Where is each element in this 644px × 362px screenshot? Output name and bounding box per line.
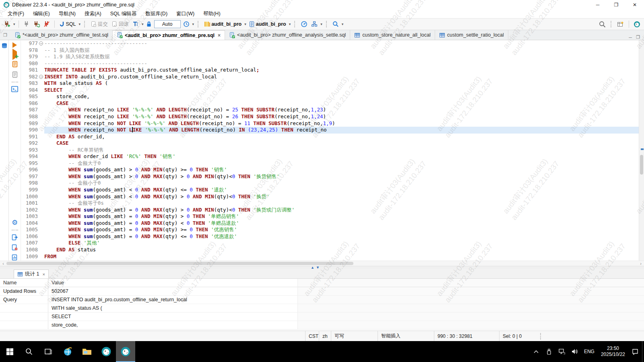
code-line-980[interactable]: 980----------------------------------: [21, 60, 639, 67]
export-result-icon[interactable]: [12, 234, 18, 241]
maximize-editor-icon[interactable]: ❐: [636, 35, 640, 40]
menu-item-2[interactable]: 导航(N): [55, 10, 79, 18]
transaction-log-button[interactable]: [182, 20, 191, 28]
execute-new-tab-icon[interactable]: [12, 51, 17, 57]
code-line-1005[interactable]: 1005 WHEN sum(goods_amt) = 0 AND MIN(qty…: [21, 226, 639, 233]
menu-item-6[interactable]: 窗口(W): [173, 10, 198, 18]
fold-collapse-icon[interactable]: [38, 74, 44, 80]
stats-row-3[interactable]: SELECT: [0, 313, 644, 321]
schema-combo[interactable]: audit_bi_pro: [248, 20, 287, 28]
sql-editor-button[interactable]: SQL: [58, 20, 77, 28]
sql-editor-chevron-icon[interactable]: ▾: [79, 22, 81, 26]
database-combo[interactable]: audit_bi_pro: [203, 20, 243, 28]
code-line-996[interactable]: 996 WHEN sum(goods_amt) > 0 AND MIN(qty)…: [21, 167, 639, 173]
tray-network-icon[interactable]: [556, 341, 568, 362]
code-line-992[interactable]: 992 CASE: [21, 140, 639, 147]
script-statistics-icon[interactable]: [12, 254, 18, 261]
code-line-1007[interactable]: 1007 ELSE '其他': [21, 240, 639, 247]
code-line-995[interactable]: 995 -- 金额大于0: [21, 160, 639, 167]
tasks-button[interactable]: [310, 20, 319, 28]
editor-horizontal-scrollbar[interactable]: ‹ ›: [0, 261, 644, 266]
code-line-1000[interactable]: 1000 WHEN sum(goods_amt) < 0 AND MAX(qty…: [21, 193, 639, 200]
connect-button[interactable]: [22, 20, 31, 28]
commit-button[interactable]: 提交: [89, 20, 109, 29]
code-line-987[interactable]: 987 WHEN receipt_no LIKE '%-%-%' AND LEN…: [21, 107, 639, 113]
language-indicator[interactable]: ENG: [582, 349, 597, 354]
status-writable[interactable]: 可写: [331, 331, 378, 341]
dbeaver-taskbar-icon-active[interactable]: [116, 341, 135, 362]
tasks-chevron-icon[interactable]: ▾: [320, 22, 322, 26]
code-line-990[interactable]: 990 WHEN receipt_no NOT LIKE '%-%-%' AND…: [21, 127, 639, 134]
explain-plan-icon[interactable]: [12, 71, 18, 78]
scroll-left-icon[interactable]: ‹: [0, 261, 6, 266]
search-metadata-chevron-icon[interactable]: ▾: [342, 22, 344, 26]
menu-item-0[interactable]: 文件(F): [4, 10, 28, 18]
open-perspective-button[interactable]: [616, 20, 625, 28]
minimize-editor-icon[interactable]: ─: [629, 35, 632, 40]
new-connection-chevron-icon[interactable]: ▾: [13, 22, 15, 26]
status-selection[interactable]: Sel: 0 | 0: [499, 331, 537, 341]
code-line-994[interactable]: 994 WHEN order_id LIKE 'RC%' THEN '销售': [21, 153, 639, 160]
dbeaver-perspective-icon[interactable]: [632, 20, 642, 29]
new-connection-button[interactable]: [2, 20, 12, 28]
tab-3[interactable]: custom_store_nature_all_local: [350, 30, 435, 40]
tab-2[interactable]: <audit_bi_pro> zhumr_offline_analysis_se…: [225, 30, 350, 40]
splitter-up-icon[interactable]: ▲: [311, 265, 314, 270]
code-line-983[interactable]: 983WITH sale_status AS (: [21, 80, 639, 87]
code-line-1008[interactable]: 1008 END AS status: [21, 247, 639, 253]
code-line-993[interactable]: 993 -- RC单算销售: [21, 147, 639, 154]
lock-icon[interactable]: [145, 20, 153, 28]
menu-item-5[interactable]: 数据库(D): [142, 10, 171, 18]
tab-1[interactable]: <audit_bi_pro> zhumr_offline_pre.sql×: [113, 30, 225, 40]
tray-usb-icon[interactable]: [543, 341, 555, 362]
status-caret-position[interactable]: 990 : 30 : 32981: [434, 331, 499, 341]
code-line-1002[interactable]: 1002 WHEN sum(goods_amt) = 0 AND MAX(qty…: [21, 207, 639, 214]
restore-panel-icon[interactable]: ❐: [0, 30, 10, 40]
action-center-icon[interactable]: [629, 341, 641, 362]
vertical-scroll-thumb[interactable]: [640, 155, 643, 175]
clock[interactable]: 23:50 2025/10/22: [598, 346, 628, 358]
show-desktop-button[interactable]: [642, 341, 644, 362]
transaction-mode-chevron-icon[interactable]: ▾: [142, 22, 144, 26]
menu-item-7[interactable]: 帮助(H): [200, 10, 224, 18]
code-line-1009[interactable]: 1009FROM: [21, 253, 639, 260]
internet-explorer-icon[interactable]: [58, 341, 77, 362]
code-line-991[interactable]: 991 END AS order_id,: [21, 134, 639, 140]
menu-item-3[interactable]: 搜索(A): [81, 10, 105, 18]
scroll-right-icon[interactable]: ›: [638, 261, 644, 266]
save-script-icon[interactable]: [12, 244, 18, 251]
disconnect-button[interactable]: [42, 20, 51, 28]
transaction-log-chevron-icon[interactable]: ▾: [192, 22, 194, 26]
tab-4[interactable]: custom_settle_ratio_local: [435, 30, 508, 40]
sql-console-icon[interactable]: [11, 86, 18, 92]
tab-0[interactable]: *<audit_bi_pro> zhumr_offline_test.sql: [10, 30, 113, 40]
editor-settings-gear-icon[interactable]: ⚙: [12, 219, 18, 226]
code-line-985[interactable]: 985 store_code,: [21, 93, 639, 100]
code-line-1003[interactable]: 1003 WHEN sum(goods_amt) = 0 AND MIN(qty…: [21, 213, 639, 220]
code-line-981[interactable]: 981TRUNCATE TABLE IF EXISTS audit_bi_pro…: [21, 67, 639, 74]
code-line-997[interactable]: 997 WHEN sum(goods_amt) > 0 AND MAX(qty)…: [21, 173, 639, 180]
statistics-tab-close-icon[interactable]: ×: [42, 272, 45, 277]
code-line-986[interactable]: 986 CASE: [21, 100, 639, 107]
splitter-down-icon[interactable]: ▼: [316, 265, 320, 270]
start-button[interactable]: [0, 341, 19, 362]
database-navigator-icon[interactable]: [1, 43, 8, 49]
dbeaver-taskbar-icon[interactable]: [97, 341, 116, 362]
search-metadata-button[interactable]: [331, 20, 340, 28]
menu-item-1[interactable]: 编辑(E): [29, 10, 54, 18]
window-maximize-icon[interactable]: ❐: [607, 0, 625, 10]
panel-splitter[interactable]: ▲ ▼: [0, 266, 644, 269]
file-explorer-icon[interactable]: [77, 341, 97, 362]
taskbar-search-icon[interactable]: [19, 341, 39, 362]
code-line-988[interactable]: 988 WHEN receipt_no LIKE '%-%-%' AND LEN…: [21, 113, 639, 120]
task-view-icon[interactable]: [39, 341, 58, 362]
status-lang[interactable]: zh: [319, 331, 331, 341]
fold-collapse-icon[interactable]: [38, 40, 44, 47]
stats-row-4[interactable]: store_code,: [0, 321, 644, 329]
code-line-999[interactable]: 999 WHEN sum(goods_amt) < 0 AND MAX(qty)…: [21, 187, 639, 193]
stats-row-1[interactable]: QueryINSERT INTO audit_bi_pro.custom_off…: [0, 296, 644, 304]
stats-row-2[interactable]: WITH sale_status AS (: [0, 304, 644, 313]
status-timezone[interactable]: CST: [305, 331, 319, 341]
code-line-1006[interactable]: 1006 WHEN sum(goods_amt) = 0 AND MAX(qty…: [21, 233, 639, 240]
code-line-978[interactable]: 978-- 1 插入国内数据: [21, 47, 639, 54]
